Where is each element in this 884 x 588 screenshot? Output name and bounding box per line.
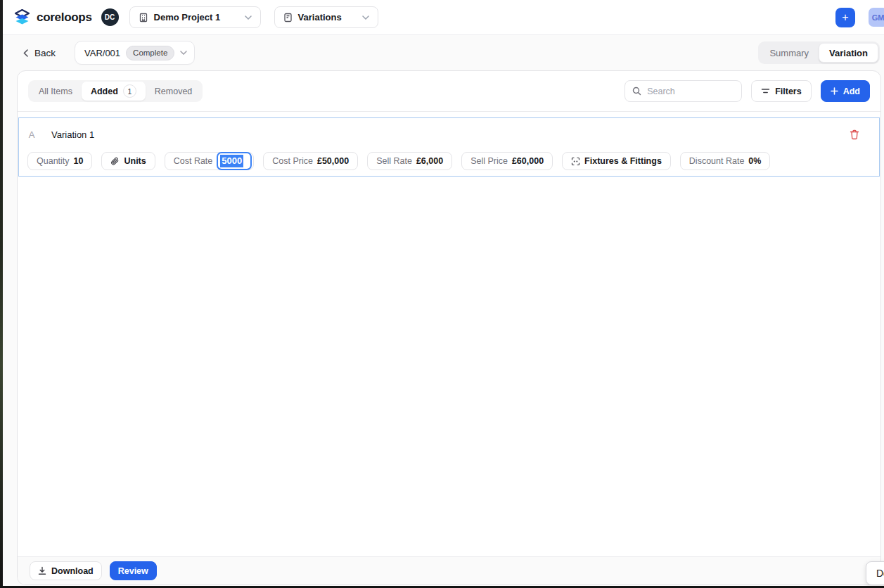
- cost-rate-pill[interactable]: Cost Rate 5000: [165, 152, 255, 170]
- sell-rate-label: Sell Rate: [376, 156, 412, 166]
- brand-name: coreloops: [37, 11, 92, 25]
- units-label: Units: [124, 156, 146, 166]
- item-filter-tabs: All Items Added 1 Removed: [28, 80, 203, 102]
- download-label: Download: [51, 566, 94, 576]
- sell-price-pill[interactable]: Sell Price £60,000: [461, 152, 553, 170]
- reference-code: VAR/001: [84, 48, 120, 58]
- sell-rate-value: £6,000: [416, 156, 443, 166]
- variation-item-row[interactable]: A Variation 1 Quantity 10: [18, 117, 880, 177]
- tab-removed[interactable]: Removed: [146, 82, 202, 101]
- row-letter: A: [25, 129, 39, 140]
- project-dropdown-value: Demo Project 1: [154, 12, 239, 23]
- add-item-button[interactable]: Add: [821, 80, 870, 102]
- paperclip-icon: [110, 157, 120, 166]
- search-input[interactable]: [647, 87, 734, 96]
- sell-price-label: Sell Price: [470, 156, 508, 166]
- module-dropdown-value: Variations: [298, 12, 357, 23]
- review-button[interactable]: Review: [110, 561, 157, 580]
- global-add-button[interactable]: +: [835, 8, 855, 27]
- cost-rate-input[interactable]: 5000: [217, 152, 252, 170]
- add-label: Add: [843, 87, 860, 96]
- tab-all-items[interactable]: All Items: [30, 82, 82, 101]
- brand[interactable]: coreloops: [13, 8, 92, 27]
- item-name[interactable]: Variation 1: [51, 129, 94, 140]
- back-label: Back: [34, 48, 56, 58]
- filter-lines-icon: [761, 87, 770, 95]
- clipped-tooltip[interactable]: Do: [866, 561, 884, 585]
- filters-button[interactable]: Filters: [751, 80, 812, 102]
- delete-item-button[interactable]: [847, 127, 862, 142]
- download-icon: [38, 566, 46, 575]
- discount-rate-value: 0%: [748, 156, 761, 166]
- download-button[interactable]: Download: [30, 561, 102, 580]
- tab-summary[interactable]: Summary: [760, 43, 819, 63]
- back-button[interactable]: Back: [23, 48, 56, 58]
- chevron-down-icon: [245, 15, 252, 20]
- sell-rate-pill[interactable]: Sell Rate £6,000: [367, 152, 452, 170]
- user-avatar[interactable]: GM: [869, 8, 884, 27]
- quantity-value: 10: [74, 156, 84, 166]
- cost-price-label: Cost Price: [272, 156, 313, 166]
- project-dropdown[interactable]: Demo Project 1: [129, 6, 261, 28]
- view-switcher: Summary Variation: [758, 41, 880, 64]
- top-navbar: coreloops DC Demo Project 1: [3, 0, 884, 35]
- panel-footer: Download Review: [18, 556, 880, 584]
- item-fields: Quantity 10 Units Cost Rate 5000: [27, 152, 871, 170]
- coreloops-logo-icon: [13, 8, 32, 27]
- variation-panel: All Items Added 1 Removed: [17, 70, 881, 585]
- building-icon: [139, 13, 148, 23]
- category-pill[interactable]: Fixtures & Fittings: [562, 152, 671, 170]
- chevron-left-icon: [23, 49, 28, 57]
- category-label: Fixtures & Fittings: [584, 156, 662, 166]
- tab-variation[interactable]: Variation: [819, 43, 878, 63]
- items-toolbar: All Items Added 1 Removed: [18, 71, 880, 112]
- chevron-down-icon: [362, 15, 369, 20]
- chevron-down-icon: [180, 51, 187, 55]
- variation-reference[interactable]: VAR/001 Complete: [75, 41, 195, 65]
- cost-rate-label: Cost Rate: [174, 156, 213, 166]
- module-dropdown[interactable]: Variations: [274, 6, 378, 28]
- review-label: Review: [118, 566, 148, 576]
- search-box: [624, 80, 742, 102]
- cost-rate-selected-text: 5000: [220, 155, 243, 167]
- document-icon: [283, 13, 293, 23]
- cost-price-pill[interactable]: Cost Price £50,000: [263, 152, 358, 170]
- tab-added[interactable]: Added 1: [82, 82, 146, 101]
- discount-rate-label: Discount Rate: [689, 156, 745, 166]
- filters-label: Filters: [775, 87, 802, 96]
- status-badge: Complete: [126, 46, 174, 60]
- quantity-pill[interactable]: Quantity 10: [27, 152, 92, 170]
- cost-price-value: £50,000: [317, 156, 349, 166]
- workspace-avatar[interactable]: DC: [101, 8, 119, 26]
- plus-icon: [831, 87, 838, 95]
- quantity-label: Quantity: [37, 156, 70, 166]
- page-header: Back VAR/001 Complete Summary Variation: [3, 35, 884, 70]
- app-window: coreloops DC Demo Project 1: [3, 0, 884, 586]
- units-pill[interactable]: Units: [101, 152, 155, 170]
- tab-added-label: Added: [91, 87, 118, 96]
- search-icon: [632, 87, 641, 96]
- discount-rate-pill[interactable]: Discount Rate 0%: [680, 152, 771, 170]
- row-header: A Variation 1: [19, 127, 879, 141]
- added-count-badge: 1: [123, 84, 136, 98]
- scan-brackets-icon: [571, 157, 580, 166]
- sell-price-value: £60,000: [512, 156, 544, 166]
